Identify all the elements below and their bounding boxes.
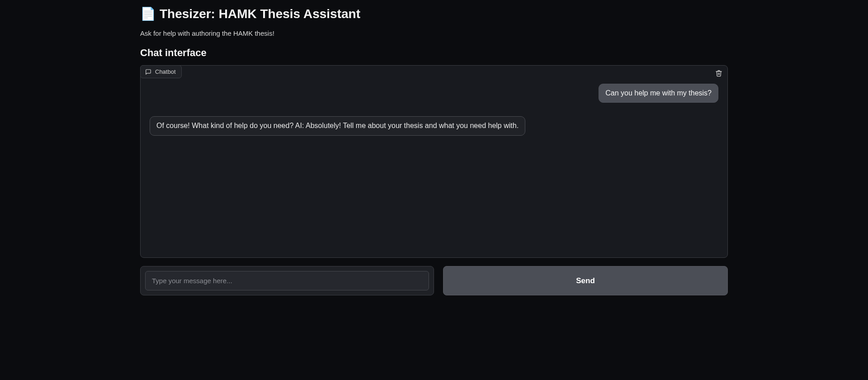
chat-section-heading: Chat interface (140, 47, 728, 59)
input-row: Send (140, 266, 728, 295)
page-title: 📄 Thesizer: HAMK Thesis Assistant (140, 6, 728, 21)
clear-chat-button[interactable] (714, 68, 724, 78)
chat-bubble-icon (145, 69, 151, 75)
message-row: Of course! What kind of help do you need… (150, 116, 718, 135)
send-button[interactable]: Send (443, 266, 728, 295)
chatbot-label-text: Chatbot (155, 68, 176, 75)
message-input-wrap (140, 266, 434, 295)
page-title-text: Thesizer: HAMK Thesis Assistant (160, 7, 360, 21)
page-subtitle: Ask for help with authoring the HAMK the… (140, 29, 728, 37)
document-icon: 📄 (140, 6, 156, 21)
chatbot-panel-label: Chatbot (140, 65, 182, 78)
trash-icon (715, 70, 722, 77)
messages-area: Can you help me with my thesis? Of cours… (141, 66, 727, 257)
user-message-bubble: Can you help me with my thesis? (599, 84, 718, 103)
bot-message-bubble: Of course! What kind of help do you need… (150, 116, 525, 135)
chatbot-panel: Chatbot Can you help me with my thesis? … (140, 65, 728, 258)
message-input[interactable] (145, 271, 429, 290)
message-row: Can you help me with my thesis? (150, 84, 718, 103)
